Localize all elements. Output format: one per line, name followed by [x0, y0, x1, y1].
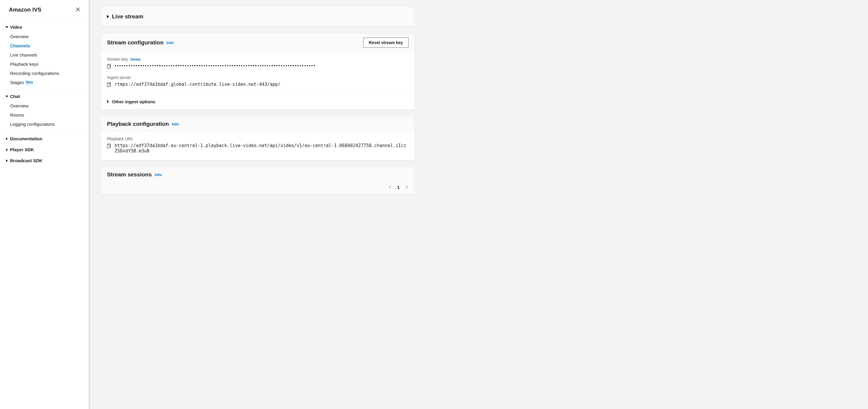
nav-group-video[interactable]: Video	[0, 22, 89, 32]
nav-item-rooms[interactable]: Rooms	[10, 110, 89, 120]
prev-page-button[interactable]	[389, 184, 392, 190]
copy-icon[interactable]	[107, 143, 112, 148]
caret-right-icon	[5, 137, 8, 140]
nav-item-recording-configurations[interactable]: Recording configurations	[10, 69, 89, 78]
live-stream-title: Live stream	[112, 13, 144, 20]
nav-divider	[6, 90, 83, 90]
nav-item-chat-overview[interactable]: Overview	[10, 101, 89, 110]
other-ingest-options-expander[interactable]: Other ingest options	[101, 94, 414, 109]
caret-down-icon	[5, 26, 8, 29]
main-content: Live stream Stream configuration Info Re…	[89, 0, 868, 409]
playback-url-value: https://edf37da1bdaf.eu-central-1.playba…	[115, 143, 408, 154]
copy-icon[interactable]	[107, 82, 112, 87]
sidebar-header: Amazon IVS	[0, 0, 89, 19]
close-icon	[75, 6, 80, 13]
chevron-right-icon	[405, 185, 408, 190]
info-link[interactable]: Info	[172, 122, 179, 126]
playback-config-title: Playback configuration	[107, 121, 169, 127]
stream-key-field: Stream key Show ••••••••••••••••••••••••…	[107, 57, 408, 69]
caret-right-icon	[5, 159, 8, 162]
page-number: 1	[397, 185, 400, 190]
stream-sessions-title: Stream sessions	[107, 171, 152, 178]
playback-configuration-panel: Playback configuration Info Playback URL…	[101, 116, 415, 161]
ingest-server-field: Ingest server rtmps://edf37da1bdaf.globa…	[107, 75, 408, 87]
nav-group-label: Video	[10, 25, 22, 30]
stream-config-header: Stream configuration Info Reset stream k…	[101, 33, 414, 52]
ingest-server-value: rtmps://edf37da1bdaf.global-contribute.l…	[115, 82, 281, 87]
nav-group-documentation[interactable]: Documentation	[0, 133, 89, 144]
nav-item-playback-keys[interactable]: Playback keys	[10, 60, 89, 69]
nav-item-logging-configurations[interactable]: Logging configurations	[10, 120, 89, 129]
service-title: Amazon IVS	[9, 6, 41, 13]
stream-key-label: Stream key	[107, 57, 128, 62]
chevron-left-icon	[389, 185, 392, 190]
nav-items-chat: Overview Rooms Logging configurations	[0, 101, 89, 129]
nav-divider	[6, 132, 83, 132]
caret-right-icon	[5, 148, 8, 151]
info-link[interactable]: Info	[155, 173, 162, 177]
nav-items-video: Overview Channels Live channels Playback…	[0, 32, 89, 87]
playback-config-header: Playback configuration Info	[101, 116, 414, 132]
playback-url-field: Playback URL https://edf37da1bdaf.eu-cen…	[107, 136, 408, 154]
pagination: 1	[101, 182, 414, 195]
ingest-server-label: Ingest server	[107, 75, 131, 80]
next-page-button[interactable]	[405, 184, 408, 190]
reset-stream-key-button[interactable]: Reset stream key	[363, 38, 408, 48]
other-ingest-label: Other ingest options	[112, 99, 156, 104]
nav-group-chat[interactable]: Chat	[0, 92, 89, 101]
nav-item-overview[interactable]: Overview	[10, 32, 89, 41]
svg-rect-3	[107, 83, 110, 87]
live-stream-panel: Live stream	[101, 6, 415, 27]
copy-icon[interactable]	[107, 64, 112, 69]
nav-item-channels[interactable]: Channels	[10, 41, 89, 50]
sidebar: Amazon IVS Video Overview Channels Live …	[0, 0, 89, 409]
svg-rect-5	[107, 145, 110, 148]
playback-url-label: Playback URL	[107, 136, 133, 141]
stream-sessions-header: Stream sessions Info	[101, 167, 414, 182]
caret-right-icon	[107, 99, 109, 104]
svg-rect-1	[107, 65, 110, 68]
show-stream-key-link[interactable]: Show	[130, 57, 141, 62]
stream-config-title: Stream configuration	[107, 39, 163, 46]
stream-key-masked-value: ••••••••••••••••••••••••••••••••••••••••…	[115, 63, 316, 68]
close-sidebar-button[interactable]	[74, 5, 82, 14]
stream-configuration-panel: Stream configuration Info Reset stream k…	[101, 33, 415, 110]
nav-item-live-channels[interactable]: Live channels	[10, 50, 89, 60]
info-link[interactable]: Info	[166, 40, 174, 45]
new-badge: New	[26, 80, 33, 85]
nav-section: Video Overview Channels Live channels Pl…	[0, 19, 89, 167]
nav-group-broadcast-sdk[interactable]: Broadcast SDK	[0, 155, 89, 166]
stream-sessions-panel: Stream sessions Info 1	[101, 167, 415, 195]
caret-right-icon	[107, 13, 109, 20]
nav-group-player-sdk[interactable]: Player SDK	[0, 144, 89, 155]
live-stream-expander[interactable]: Live stream	[101, 7, 414, 26]
nav-item-stages[interactable]: Stages New	[10, 78, 89, 87]
nav-group-label: Chat	[10, 94, 20, 99]
caret-down-icon	[5, 95, 8, 98]
